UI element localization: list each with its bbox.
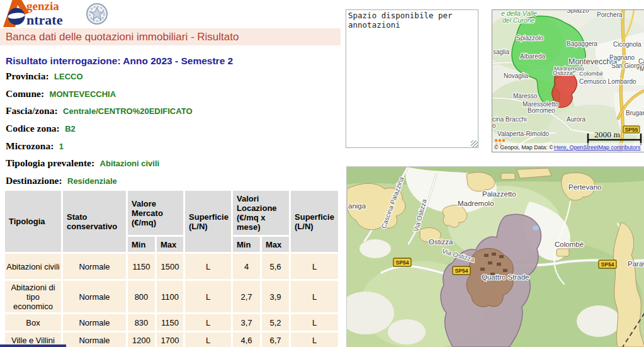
label-spiazzolo: Spiazzolo bbox=[516, 35, 544, 42]
road-badge-sp54-1: SP54 bbox=[393, 258, 411, 266]
cell-tipologia: Abitazioni di tipo economico bbox=[5, 281, 61, 312]
cell-vm-max: 1100 bbox=[157, 281, 183, 312]
label-m: M bbox=[640, 65, 644, 72]
label-valaperta: Valaperta-Rimoldo bbox=[497, 130, 550, 137]
cell-stato: Normale bbox=[63, 281, 126, 312]
cell-superficie-1: L bbox=[185, 281, 231, 312]
overview-map-canvas: e della Valle del Curone Spiazzo Porcher… bbox=[492, 10, 644, 152]
field-value: LECCO bbox=[52, 72, 83, 81]
col-header-vm-min: Min bbox=[128, 237, 155, 252]
cell-stato: Normale bbox=[63, 314, 126, 331]
col-header-superficie-1: Superficie (L/N) bbox=[185, 191, 231, 252]
agenzia-entrate-logo: genzia ntrate bbox=[3, 0, 111, 28]
label-colombe: Colombè bbox=[555, 241, 584, 248]
map-attribution-link[interactable]: Here, OpenStreetMap contributors bbox=[554, 144, 641, 151]
cell-vl-min: 2,7 bbox=[233, 281, 260, 312]
page: genzia ntrate Banca dati delle quotazion… bbox=[0, 0, 644, 347]
overview-map[interactable]: e della Valle del Curone Spiazzo Porcher… bbox=[492, 9, 644, 152]
label-pagnano: Pagnano bbox=[609, 54, 635, 61]
field-microzona: Microzona: 1 bbox=[6, 140, 193, 158]
label-porchera: Porchera bbox=[597, 11, 623, 18]
annotations-container: Spazio disponibile per annotazioni bbox=[346, 9, 478, 148]
result-heading: Risultato interrogazione: Anno 2023 - Se… bbox=[6, 55, 233, 67]
label-aniga: aniga bbox=[348, 202, 366, 210]
cell-vm-min: 830 bbox=[128, 314, 155, 331]
field-value: Abitazioni civili bbox=[98, 159, 160, 168]
cell-vm-min: 1150 bbox=[128, 254, 155, 279]
table-row: Abitazioni di tipo economico Normale 800… bbox=[5, 281, 338, 312]
svg-text:SP54: SP54 bbox=[601, 261, 614, 268]
field-tipologia-prevalente: Tipologia prevalente: Abitazioni civili bbox=[6, 157, 193, 175]
cell-vm-min: 800 bbox=[128, 281, 155, 312]
col-header-vm-max: Max bbox=[157, 237, 183, 252]
field-label: Comune: bbox=[6, 88, 44, 99]
cell-tipologia: Box bbox=[5, 314, 61, 331]
detail-map[interactable]: aniga Cascina Palazzina Via Ostizza Via … bbox=[346, 166, 644, 347]
page-title: Banca dati delle quotazioni immobiliari … bbox=[0, 28, 341, 45]
detail-map-canvas: aniga Cascina Palazzina Via Ostizza Via … bbox=[347, 167, 644, 347]
label-spiazzo: Spiazzo bbox=[567, 10, 589, 14]
label-valle-curone-2: del Curone bbox=[502, 16, 535, 24]
cell-stato: Normale bbox=[63, 333, 126, 347]
label-ostizza: Ostizza bbox=[429, 238, 453, 246]
label-albareda: Albareda bbox=[520, 53, 545, 60]
field-value: MONTEVECCHIA bbox=[47, 89, 116, 99]
cell-vl-max: 3,9 bbox=[262, 281, 289, 312]
field-label: Codice zona: bbox=[6, 123, 60, 134]
label-bagaggera: Bagaggera bbox=[567, 40, 597, 47]
cell-superficie-2: L bbox=[291, 254, 338, 279]
quotations-table: Tipologia Stato conservativo Valore Merc… bbox=[3, 189, 340, 347]
field-provincia: Provincia: LECCO bbox=[6, 71, 193, 88]
col-header-stato: Stato conservativo bbox=[63, 191, 126, 252]
label-pertevano: Pertevano bbox=[568, 183, 601, 191]
col-header-valori-locazione: Valori Locazione (€/mq x mese) bbox=[233, 191, 289, 235]
label-quattro-strade: Quattro Strade bbox=[482, 273, 529, 281]
label-ostizza: Ostizza bbox=[553, 69, 573, 76]
label-maresso: Maresso bbox=[513, 93, 538, 100]
label-cicognola: Cicognola bbox=[613, 41, 641, 48]
field-comune: Comune: MONTEVECCHIA bbox=[6, 88, 193, 106]
field-codice-zona: Codice zona: B2 bbox=[6, 123, 193, 140]
svg-text:SP54: SP54 bbox=[396, 259, 409, 266]
cell-vl-min: 4 bbox=[233, 254, 260, 279]
label-maressoletto-2: Borromeo bbox=[528, 107, 555, 114]
label-parav: Parav bbox=[628, 260, 644, 268]
label-colombe: Colombè bbox=[579, 70, 603, 77]
label-brugar: Brugar bbox=[626, 110, 644, 117]
annotations-textarea[interactable]: Spazio disponibile per annotazioni bbox=[346, 9, 478, 148]
logo-text-agenzia: genzia bbox=[26, 0, 59, 13]
field-label: Microzona: bbox=[6, 140, 54, 151]
field-label: Provincia: bbox=[6, 71, 49, 81]
field-label: Fascia/zona: bbox=[6, 105, 58, 116]
cell-superficie-1: L bbox=[185, 333, 231, 347]
field-label: Tipologia prevalente: bbox=[6, 157, 94, 168]
road-badge-sp55: SP55 bbox=[623, 126, 640, 133]
cell-vm-max: 1700 bbox=[157, 333, 183, 347]
footer-bar bbox=[0, 344, 66, 347]
label-saglia: saglia bbox=[493, 48, 510, 55]
cell-superficie-1: L bbox=[185, 254, 231, 279]
pond bbox=[533, 225, 539, 230]
cell-superficie-2: L bbox=[291, 333, 338, 347]
scale-label: 2000 m bbox=[594, 130, 620, 139]
cell-superficie-2: L bbox=[291, 281, 338, 312]
label-cina-bracchi: cina Bracchi bbox=[492, 116, 526, 123]
field-value: B2 bbox=[62, 124, 76, 134]
map-attribution: © Geopoi, Map Data: © bbox=[494, 144, 553, 151]
table-row: Abitazioni civili Normale 1150 1500 L 4 … bbox=[5, 254, 338, 279]
field-value: Centrale/CENTRO%20EDIFICATO bbox=[60, 106, 192, 116]
cell-vl-max: 5,2 bbox=[262, 314, 289, 331]
svg-text:SP55: SP55 bbox=[625, 127, 638, 133]
field-value: 1 bbox=[57, 142, 64, 151]
logo-text-entrate: ntrate bbox=[26, 12, 63, 28]
cell-superficie-2: L bbox=[291, 314, 338, 331]
col-header-superficie-2: Superficie (L/N) bbox=[291, 191, 338, 252]
resize-grip-icon[interactable] bbox=[471, 140, 478, 147]
field-value: Residenziale bbox=[65, 176, 117, 186]
cell-vm-max: 1500 bbox=[157, 254, 183, 279]
cell-vl-min: 3,7 bbox=[233, 314, 260, 331]
svg-text:SP54: SP54 bbox=[455, 268, 468, 274]
cell-vm-min: 1200 bbox=[128, 333, 155, 347]
cell-vl-min: 4,6 bbox=[233, 333, 260, 347]
label-madremolo: Madremolo bbox=[458, 200, 494, 207]
